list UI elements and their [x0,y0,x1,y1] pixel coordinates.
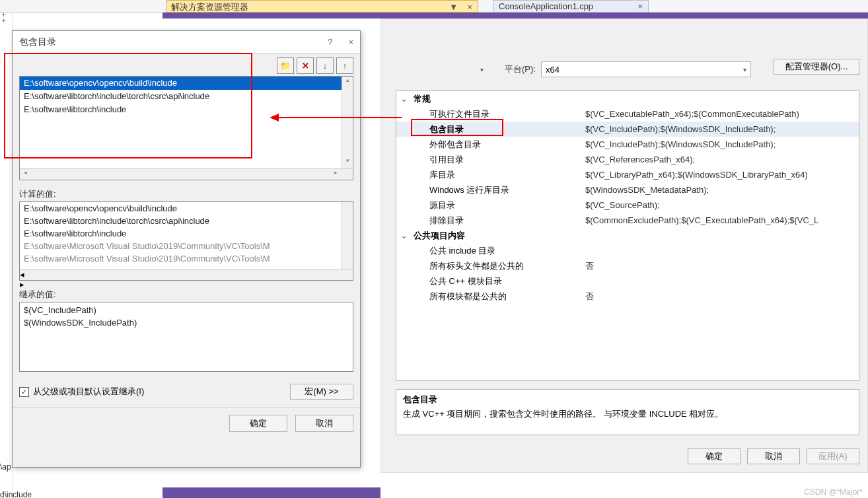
delete-icon: ✕ [302,61,309,71]
move-up-button[interactable]: ↑ [336,57,353,74]
ide-left-margin: + + [0,13,13,498]
category-row[interactable]: ⌄ 常规 [396,91,859,106]
property-row[interactable]: 外部包含目录$(VC_IncludePath);$(WindowsSDK_Inc… [396,137,859,152]
property-row[interactable]: 排除目录$(CommonExcludePath);$(VC_Executable… [396,213,859,228]
list-item: E:\software\opencv\opencv\build\include [20,202,353,215]
calculated-values-list[interactable]: E:\software\opencv\opencv\build\include … [19,201,353,281]
solution-explorer-label: 解决方案资源管理器 [171,2,248,12]
property-row[interactable]: 库目录$(VC_LibraryPath_x64);$(WindowsSDK_Li… [396,167,859,182]
horizontal-scrollbar[interactable]: ◂▸ [20,269,353,280]
category-label: 常规 [411,93,581,105]
list-item: $(WindowsSDK_IncludePath) [24,316,349,329]
arrow-down-icon: ↓ [323,61,328,71]
move-down-button[interactable]: ↓ [316,57,334,74]
vertical-scrollbar[interactable] [342,202,353,269]
property-row[interactable]: 所有模块都是公共的否 [396,289,859,304]
apply-button[interactable]: 应用(A) [807,448,859,464]
cancel-button[interactable]: 取消 [747,448,800,464]
chevron-down-icon: ▾ [743,66,746,73]
macros-button[interactable]: 宏(M) >> [290,384,353,400]
help-title: 包含目录 [403,394,852,406]
prop-key: 公共 C++ 模块目录 [411,275,581,287]
ok-button[interactable]: 确定 [229,415,287,432]
include-dirs-dialog: 包含目录 ? × 📁 ✕ ↓ ↑ E:\software\opencv\open… [12,30,361,468]
checkbox-icon: ✓ [19,387,29,397]
prop-key: 包含目录 [411,124,581,135]
solution-explorer-tab[interactable]: 解决方案资源管理器 📌 ▼ × [166,0,478,13]
ide-chrome [163,487,380,498]
calculated-values-label: 计算的值: [19,188,353,200]
prop-val[interactable]: $(VC_SourcePath); [581,200,859,210]
prop-key: 库目录 [411,169,581,181]
dialog-title: 包含目录 [19,36,56,48]
vertical-scrollbar[interactable]: ▴▾ [342,77,353,168]
scroll-right-icon[interactable]: ▸ [330,169,342,180]
prop-val[interactable]: $(CommonExcludePath);$(VC_ExecutablePath… [581,215,859,225]
inherit-checkbox-label: 从父级或项目默认设置继承(I) [33,386,144,398]
file-tab-label: ConsoleApplication1.cpp [499,1,593,11]
property-row[interactable]: 可执行文件目录$(VC_ExecutablePath_x64);$(Common… [396,106,859,122]
property-row[interactable]: 引用目录$(VC_ReferencesPath_x64); [396,152,859,167]
property-grid[interactable]: ⌄ 常规 可执行文件目录$(VC_ExecutablePath_x64);$(C… [396,90,859,381]
property-row[interactable]: Windows 运行库目录$(WindowsSDK_MetadataPath); [396,182,859,197]
dropdown-icon[interactable]: ▼ [449,2,458,12]
category-row[interactable]: ⌄ 公共项目内容 [396,228,859,243]
list-item: E:\software\Microsoft Visual Studio\2019… [20,240,353,252]
scroll-up-icon[interactable]: ▴ [342,77,353,88]
list-item[interactable]: E:\software\libtorch\include\torch\csrc\… [20,90,353,103]
inherit-checkbox[interactable]: ✓ 从父级或项目默认设置继承(I) [19,386,144,398]
folder-icon: 📁 [280,61,291,71]
scroll-down-icon[interactable]: ▾ [342,157,353,168]
prop-key: 可执行文件目录 [411,108,581,120]
list-toolbar: 📁 ✕ ↓ ↑ [13,53,360,75]
prop-key: Windows 运行库目录 [411,184,581,196]
prop-key: 排除目录 [411,215,581,227]
prop-key: 所有模块都是公共的 [411,291,581,302]
scroll-left-icon[interactable]: ◂ [20,169,31,180]
property-row[interactable]: 源目录$(VC_SourcePath); [396,197,859,213]
help-text: 生成 VC++ 项目期间，搜索包含文件时使用的路径。 与环境变量 INCLUDE… [403,408,852,420]
ok-button[interactable]: 确定 [688,448,741,464]
prop-val[interactable]: $(VC_IncludePath);$(WindowsSDK_IncludePa… [581,124,859,134]
prop-val[interactable]: $(VC_LibraryPath_x64);$(WindowsSDK_Libra… [581,170,859,180]
close-icon[interactable]: × [348,37,353,47]
prop-val[interactable]: $(VC_ReferencesPath_x64); [581,155,859,164]
scroll-left-icon[interactable]: ◂ [20,269,353,279]
new-folder-button[interactable]: 📁 [277,57,294,74]
platform-label: 平台(P): [505,63,536,75]
text-snippet: \ap [0,462,11,472]
prop-val[interactable]: $(WindowsSDK_MetadataPath); [581,185,859,195]
text-snippet: d\include [0,490,32,498]
platform-combo[interactable]: x64 ▾ [541,61,751,77]
property-row[interactable]: 公共 include 目录 [396,243,859,258]
property-row[interactable]: 所有标头文件都是公共的否 [396,258,859,273]
horizontal-scrollbar[interactable]: ◂▸ [20,168,353,180]
prop-val[interactable]: $(VC_IncludePath);$(WindowsSDK_IncludePa… [581,139,859,149]
list-item[interactable]: E:\software\opencv\opencv\build\include [20,77,353,90]
help-icon[interactable]: ? [328,37,332,47]
dialog-titlebar: 包含目录 ? × [13,31,360,53]
list-item: E:\software\libtorch\include [20,227,353,240]
chevron-down-icon[interactable]: ▾ [480,66,484,73]
property-row-include-dirs[interactable]: 包含目录$(VC_IncludePath);$(WindowsSDK_Inclu… [396,122,859,137]
collapse-icon[interactable]: ⌄ [396,94,411,104]
delete-button[interactable]: ✕ [297,57,314,74]
close-icon[interactable]: × [467,2,472,12]
prop-val[interactable]: 否 [581,260,859,272]
dialog-buttons: 确定 取消 应用(A) [688,448,859,464]
inherited-values-label: 继承的值: [19,289,353,301]
watermark: CSDN @*Major* [804,487,863,497]
include-list[interactable]: E:\software\opencv\opencv\build\include … [19,76,353,180]
cancel-button[interactable]: 取消 [295,415,353,432]
close-icon[interactable]: × [637,1,643,11]
category-label: 公共项目内容 [411,230,581,242]
prop-val[interactable]: $(VC_ExecutablePath_x64);$(CommonExecuta… [581,109,859,119]
config-manager-button[interactable]: 配置管理器(O)... [774,59,859,75]
prop-key: 公共 include 目录 [411,245,581,257]
scroll-right-icon[interactable]: ▸ [20,279,353,289]
property-row[interactable]: 公共 C++ 模块目录 [396,273,859,289]
list-item[interactable]: E:\software\libtorch\include [20,103,353,116]
file-tab[interactable]: ConsoleApplication1.cpp × [493,0,649,13]
collapse-icon[interactable]: ⌄ [396,231,411,240]
prop-val[interactable]: 否 [581,291,859,302]
